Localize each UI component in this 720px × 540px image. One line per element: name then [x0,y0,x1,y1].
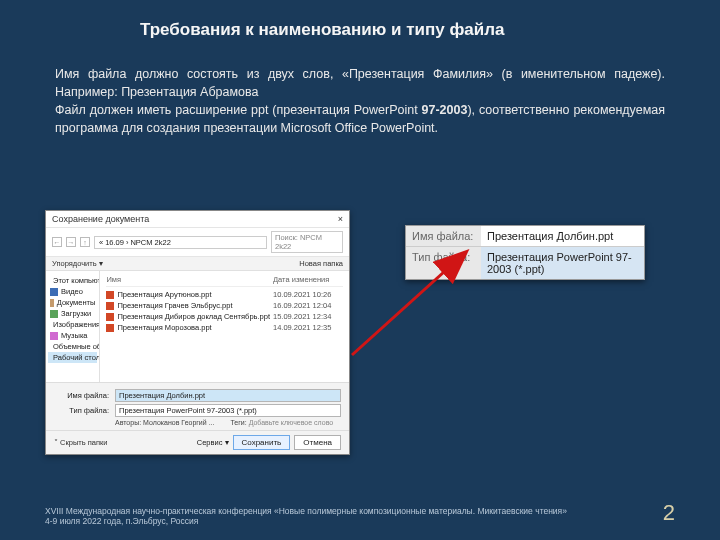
filetype-label: Тип файла: [54,406,109,415]
file-pane: Имя Дата изменения Презентация Арутюнов.… [100,271,349,382]
tags-label: Теги: [230,419,246,426]
dialog-title: Сохранение документа [52,214,149,224]
nav-item-images[interactable]: Изображения [48,319,97,330]
zoom-filetype-label: Тип файла: [406,247,481,279]
body-line1: Имя файла должно состоять из двух слов, … [55,67,665,99]
close-icon[interactable]: × [338,214,343,224]
filename-label: Имя файла: [54,391,109,400]
crumb-sep: › [126,238,129,247]
ppt-icon [106,291,114,299]
nav-forward-button[interactable]: → [66,237,76,247]
col-name[interactable]: Имя [106,275,273,284]
nav-item-desktop[interactable]: Рабочий стол [48,352,97,363]
nav-item-this-pc[interactable]: Этот компьютер [48,275,97,286]
zoom-filename-label: Имя файла: [406,226,481,246]
ppt-icon [106,324,114,332]
zoom-filetype-value: Презентация PowerPoint 97-2003 (*.ppt) [481,247,644,279]
file-row[interactable]: Презентация Грачев Эльбрус.ppt16.09.2021… [106,300,343,311]
new-folder-button[interactable]: Новая папка [299,259,343,268]
footer-line1: XVIII Международная научно-практическая … [45,506,567,516]
col-date[interactable]: Дата изменения [273,275,343,284]
file-row[interactable]: Презентация Арутюнов.ppt10.09.2021 10:26 [106,289,343,300]
nav-item-3d[interactable]: Объемные объ [48,341,97,352]
nav-up-button[interactable]: ↑ [80,237,90,247]
authors-label: Авторы: [115,419,141,426]
filetype-select[interactable]: Презентация PowerPoint 97-2003 (*.ppt) [115,404,341,417]
breadcrumb[interactable]: « 16.09 › NPCM 2k22 [94,236,267,249]
body-line2a: Файл должен иметь расширение ppt (презен… [55,103,422,117]
crumb-2: NPCM 2k22 [130,238,170,247]
zoom-callout: Имя файла: Презентация Долбин.ppt Тип фа… [405,225,645,280]
file-row[interactable]: Презентация Дибиров доклад Сентябрь.ppt1… [106,311,343,322]
body-line2-bold: 97-2003 [422,103,468,117]
cancel-button[interactable]: Отмена [294,435,341,450]
ppt-icon [106,302,114,310]
nav-item-music[interactable]: Музыка [48,330,97,341]
authors-value[interactable]: Молоканов Георгий ... [143,419,214,426]
nav-back-button[interactable]: ← [52,237,62,247]
footer-line2: 4-9 июля 2022 года, п.Эльбрус, Россия [45,516,567,526]
music-icon [50,332,58,340]
ppt-icon [106,313,114,321]
nav-item-video[interactable]: Видео [48,286,97,297]
documents-icon [50,299,54,307]
tags-value[interactable]: Добавьте ключевое слово [249,419,334,426]
crumb-1: 16.09 [105,238,124,247]
nav-item-documents[interactable]: Документы [48,297,97,308]
zoom-filename-value: Презентация Долбин.ppt [481,226,644,246]
filename-input[interactable]: Презентация Долбин.ppt [115,389,341,402]
hide-folders-toggle[interactable]: ˅ Скрыть папки [54,438,108,447]
save-dialog: Сохранение документа × ← → ↑ « 16.09 › N… [45,210,350,455]
search-input[interactable]: Поиск: NPCM 2k22 [271,231,343,253]
downloads-icon [50,310,58,318]
nav-item-downloads[interactable]: Загрузки [48,308,97,319]
page-number: 2 [663,500,675,526]
save-button[interactable]: Сохранить [233,435,291,450]
file-row[interactable]: Презентация Морозова.ppt14.09.2021 12:35 [106,322,343,333]
video-icon [50,288,58,296]
slide-title: Требования к наименованию и типу файла [0,0,720,40]
organize-button[interactable]: Упорядочить ▾ [52,259,103,268]
nav-pane: Этот компьютер Видео Документы Загрузки … [46,271,100,382]
slide-body: Имя файла должно состоять из двух слов, … [0,40,720,138]
tools-button[interactable]: Сервис ▾ [197,438,229,447]
slide-footer: XVIII Международная научно-практическая … [45,500,675,526]
